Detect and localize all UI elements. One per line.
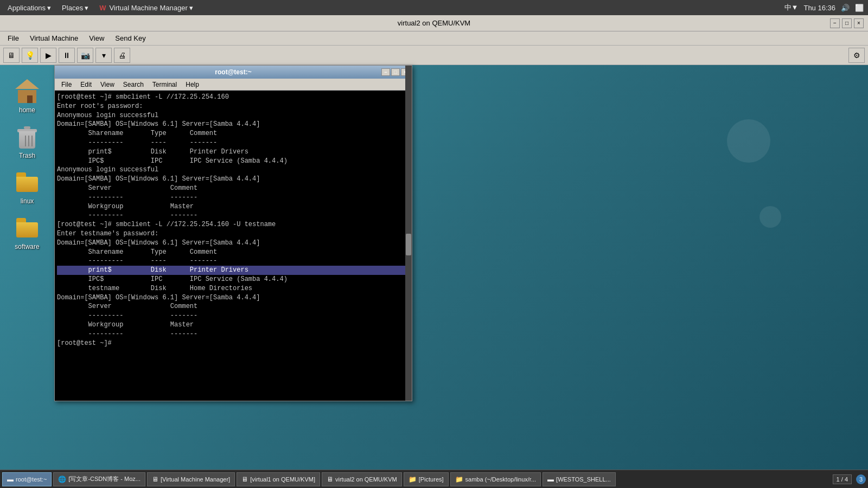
top-bar-right: 中▼ Thu 16:36 🔊 ⬜ (784, 3, 864, 12)
vm-manager-label: Virtual Machine Manager (109, 4, 187, 12)
terminal-help-menu[interactable]: Help (181, 80, 203, 89)
vm-view-menu[interactable]: View (84, 33, 110, 43)
home-icon-label: home (19, 106, 35, 114)
terminal-scroll-thumb[interactable] (406, 234, 411, 255)
terminal-edit-menu[interactable]: Edit (76, 80, 96, 89)
terminal-line: Anonymous login successful (57, 111, 410, 120)
taskbar-dot[interactable]: 3 (856, 474, 866, 484)
terminal-line: Domain=[SAMBA] OS=[Windows 6.1] Server=[… (57, 120, 410, 129)
toolbar-settings-button[interactable]: ⚙ (848, 48, 865, 63)
taskbar-item[interactable]: 🌐[写文章-CSDN博客 - Moz... (53, 472, 145, 486)
terminal-line: [root@test ~]# smbclient -L //172.25.254… (57, 220, 410, 229)
terminal-line: Server Comment (57, 184, 410, 193)
terminal-line: Anonymous login successful (57, 165, 410, 175)
bg-decoration-1 (727, 119, 770, 163)
terminal-menu-bar: File Edit View Search Terminal Help (55, 79, 412, 91)
linux-icon-img (14, 169, 40, 195)
taskbar-item[interactable]: ▬root@test:~ (2, 472, 52, 486)
toolbar-monitor-button[interactable]: 🖥 (3, 48, 20, 63)
taskbar-item[interactable]: 📁samba (~/Desktop/linux/r... (450, 472, 541, 486)
taskbar-item[interactable]: 📁[Pictures] (404, 472, 449, 486)
terminal-file-menu[interactable]: File (57, 80, 76, 89)
desktop-icon-home[interactable]: home (12, 76, 42, 116)
places-menu[interactable]: Places ▾ (59, 3, 92, 13)
terminal-window: root@test:~ − □ × File Edit View Search … (54, 65, 412, 401)
folder-tab-2 (16, 218, 26, 222)
taskbar-item-icon: 📁 (409, 476, 417, 483)
taskbar-item[interactable]: 🖥[virtual1 on QEMU/KVM] (237, 472, 320, 486)
places-label: Places (62, 4, 83, 12)
toolbar-snapshot-button[interactable]: 📷 (77, 48, 93, 63)
vm-window-controls: − □ × (830, 18, 864, 28)
terminal-line: print$ Disk Printer Drivers (57, 266, 410, 275)
home-door (27, 95, 33, 103)
taskbar-item[interactable]: 🖥virtual2 on QEMU/KVM (322, 472, 402, 486)
terminal-terminal-menu[interactable]: Terminal (148, 80, 181, 89)
terminal-line: Enter root's password: (57, 102, 410, 111)
taskbar-item-icon: 🖥 (327, 476, 333, 483)
trash-icon-img (14, 124, 40, 150)
desktop-icons: home Trash (0, 65, 54, 470)
trash-lines (25, 136, 33, 146)
taskbar-item-label: [Virtual Machine Manager] (161, 476, 230, 483)
volume-icon[interactable]: 🔊 (841, 4, 850, 12)
vm-virtual-machine-menu[interactable]: Virtual Machine (24, 33, 84, 43)
desktop-icon-linux[interactable]: linux (12, 167, 42, 207)
top-bar-left: Applications ▾ Places ▾ W Virtual Machin… (4, 3, 196, 13)
terminal-line: Domain=[SAMBA] OS=[Windows 6.1] Server=[… (57, 175, 410, 184)
trash-icon-shape (16, 125, 38, 149)
taskbar-item[interactable]: ▬[WESTOS_SHELL... (542, 472, 616, 486)
toolbar-play-button[interactable]: ▶ (40, 48, 56, 63)
trash-line-2 (28, 136, 29, 146)
vm-send-key-menu[interactable]: Send Key (110, 33, 151, 43)
toolbar-console-button[interactable]: 🖨 (114, 48, 130, 63)
terminal-view-menu[interactable]: View (96, 80, 119, 89)
vm-toolbar: 🖥 💡 ▶ ⏸ 📷 ▾ 🖨 ⚙ (0, 46, 868, 65)
taskbar-items: ▬root@test:~🌐[写文章-CSDN博客 - Moz...🖥[Virtu… (2, 472, 831, 486)
taskbar-item-label: [virtual1 on QEMU/KVM] (250, 476, 315, 483)
taskbar-item-icon: 📁 (455, 476, 463, 483)
terminal-title-bar[interactable]: root@test:~ − □ × (55, 66, 412, 79)
terminal-line: Workgroup Master (57, 320, 410, 330)
terminal-body[interactable]: [root@test ~]# smbclient -L //172.25.254… (55, 91, 412, 401)
applications-menu[interactable]: Applications ▾ (4, 3, 54, 13)
taskbar-item-label: samba (~/Desktop/linux/r... (465, 476, 537, 483)
applications-arrow: ▾ (47, 4, 51, 12)
toolbar-light-button[interactable]: 💡 (22, 48, 38, 63)
terminal-line: print$ Disk Printer Drivers (57, 147, 410, 157)
taskbar-item-icon: 🌐 (58, 476, 66, 483)
toolbar-pause-button[interactable]: ⏸ (59, 48, 75, 63)
vm-manager-menu[interactable]: W Virtual Machine Manager ▾ (96, 3, 196, 13)
terminal-line: Domain=[SAMBA] OS=[Windows 6.1] Server=[… (57, 239, 410, 248)
toolbar-dropdown-button[interactable]: ▾ (95, 48, 112, 63)
places-arrow: ▾ (85, 4, 88, 12)
home-icon-shape (15, 79, 39, 103)
terminal-line: --------- ---- ------- (57, 256, 410, 266)
terminal-minimize-button[interactable]: − (381, 68, 390, 76)
terminal-line: Sharename Type Comment (57, 129, 410, 138)
vm-minimize-button[interactable]: − (830, 18, 840, 28)
vm-file-menu[interactable]: File (2, 33, 24, 43)
terminal-line: --------- ---- ------- (57, 138, 410, 147)
terminal-line: [root@test ~]# smbclient -L //172.25.254… (57, 93, 410, 102)
vm-title-bar: virtual2 on QEMU/KVM − □ × (0, 15, 868, 31)
taskbar-item-label: [WESTOS_SHELL... (556, 476, 611, 483)
terminal-line: testname Disk Home Directories (57, 284, 410, 293)
terminal-line: Sharename Type Comment (57, 248, 410, 257)
terminal-maximize-button[interactable]: □ (391, 68, 400, 76)
software-icon-img (14, 215, 40, 241)
desktop-icon-trash[interactable]: Trash (12, 121, 42, 162)
vm-close-button[interactable]: × (854, 18, 864, 28)
taskbar-item-icon: ▬ (7, 476, 14, 483)
home-icon-img (14, 78, 40, 104)
terminal-line: --------- ------- (57, 330, 410, 339)
power-icon[interactable]: ⬜ (855, 4, 864, 12)
desktop-icon-software[interactable]: software (12, 213, 42, 253)
taskbar-item[interactable]: 🖥[Virtual Machine Manager] (147, 472, 235, 486)
vm-maximize-button[interactable]: □ (842, 18, 852, 28)
terminal-search-menu[interactable]: Search (119, 80, 148, 89)
terminal-title: root@test:~ (215, 68, 251, 76)
terminal-scrollbar[interactable] (405, 91, 412, 401)
terminal-line: Workgroup Master (57, 202, 410, 211)
trash-line-3 (31, 136, 33, 146)
